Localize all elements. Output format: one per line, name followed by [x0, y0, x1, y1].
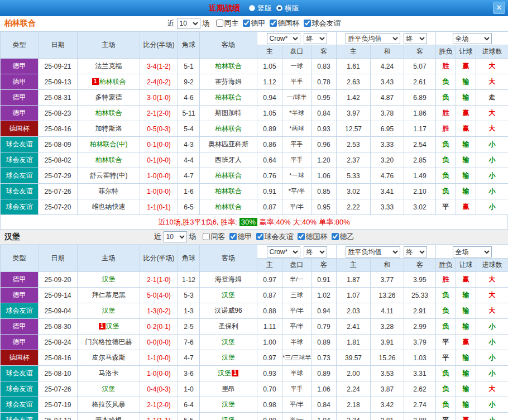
layout-radio-label[interactable]: 横版 [285, 3, 299, 13]
layout-radio-label[interactable]: 竖版 [257, 3, 272, 13]
checkbox-input[interactable] [256, 233, 263, 240]
away-team-name[interactable]: 柏林联合 [215, 187, 242, 195]
home-team-name[interactable]: 门兴格拉德巴赫 [85, 338, 132, 346]
home-team-name[interactable]: 菲尔特 [99, 187, 119, 195]
avg-away-cell: 2.99 [404, 319, 436, 335]
checkbox-input[interactable] [229, 233, 237, 240]
avg-type-select[interactable]: 胜平负均值 [346, 33, 400, 44]
avg-away-cell: 2.88 [404, 413, 436, 420]
team-title[interactable]: 汉堡 [4, 232, 20, 242]
handicap-result-cell: 赢 [456, 199, 476, 215]
away-team-name[interactable]: 柏林联合 [215, 62, 242, 70]
away-team-name[interactable]: 里昂 [222, 385, 235, 393]
away-team-cell: 奥林匹亚科斯 [200, 137, 257, 152]
match-date: 25-09-04 [39, 303, 78, 319]
home-team-name[interactable]: 汉堡 [106, 322, 119, 330]
league-filter-checkbox[interactable]: 德国杯 [298, 232, 328, 242]
away-team-name[interactable]: 海登海姆 [215, 275, 242, 283]
away-team-name[interactable]: 汉堡 [222, 400, 235, 408]
home-odds-cell: 0.70 [257, 381, 282, 397]
away-team-name[interactable]: 柏林联合 [215, 93, 242, 101]
checkbox-input[interactable] [298, 233, 305, 240]
checkbox-input[interactable] [243, 20, 250, 27]
home-team-name[interactable]: 舒云霍特(中) [90, 171, 128, 179]
avg-time-select[interactable]: 终 [404, 33, 427, 44]
bookmaker-select[interactable]: Crow* [267, 33, 300, 44]
league-filter-checkbox[interactable]: 球会友谊 [304, 18, 341, 28]
home-team-name[interactable]: 汉堡 [102, 275, 116, 283]
section-team-2: 汉堡 近 10 场 同客德甲球会友谊德国杯德乙 类型 日期 主场 比分(半场) … [0, 230, 508, 420]
home-team-name[interactable]: 柏林联合 [95, 109, 122, 117]
away-team-name[interactable]: 奥林匹亚科斯 [208, 140, 248, 148]
league-filter-checkbox[interactable]: 德国杯 [270, 18, 300, 28]
home-team-name[interactable]: 马洛卡 [99, 369, 119, 377]
home-team-name[interactable]: 多特蒙德 [95, 93, 122, 101]
away-team-name[interactable]: 霍芬海姆 [215, 78, 242, 85]
home-team-name[interactable]: 汉堡 [102, 385, 116, 393]
league-filter-checkbox[interactable]: 德乙 [332, 232, 354, 242]
away-team-name[interactable]: 汉堡 [222, 291, 235, 299]
match-count-select[interactable]: 10 [177, 18, 200, 29]
away-team-name[interactable]: 柏林联合 [215, 203, 242, 211]
checkbox-input[interactable] [203, 233, 210, 240]
close-icon[interactable]: ✕ [493, 2, 505, 14]
goals-cell: 大 [476, 59, 508, 74]
avg-type-select[interactable]: 胜平负均值 [346, 246, 400, 257]
home-team-name[interactable]: 皮尔马森斯 [92, 354, 126, 361]
away-team-name[interactable]: 斯图加特 [215, 109, 242, 117]
home-team-name[interactable]: 法兰克福 [95, 62, 122, 70]
away-team-name[interactable]: 柏林联合 [215, 171, 242, 179]
league-type-cell: 德国杯 [1, 350, 39, 366]
away-team-name[interactable]: 汉诺威96 [214, 307, 242, 314]
home-team-name[interactable]: 加特斯洛 [95, 125, 122, 132]
checkbox-input[interactable] [216, 20, 223, 27]
league-filter-checkbox[interactable]: 德甲 [243, 18, 266, 28]
odds-time-select[interactable]: 终 [304, 33, 327, 44]
scope-select[interactable]: 全场 [453, 33, 492, 44]
away-team-name[interactable]: 汉堡 [222, 354, 235, 361]
league-type-cell: 球会友谊 [1, 137, 39, 152]
away-odds-cell: 0.89 [311, 335, 337, 350]
away-team-name[interactable]: 汉堡 [222, 416, 235, 420]
goals-cell: 走 [476, 90, 508, 106]
goals-cell: 小 [476, 350, 508, 366]
home-team-name[interactable]: 哥本哈根 [95, 416, 122, 420]
league-filter-checkbox[interactable]: 同客 [203, 232, 226, 242]
home-team-name[interactable]: 格拉茨风暴 [92, 400, 126, 408]
page-title: 近期战绩 [209, 3, 240, 13]
layout-radio-icon[interactable] [249, 5, 255, 11]
result-cell: 负 [436, 74, 456, 90]
home-team-name[interactable]: 维也纳快速 [92, 203, 126, 211]
home-team-cell: 汉堡 [78, 272, 140, 288]
away-team-name[interactable]: 汉堡 [218, 369, 231, 377]
avg-time-select[interactable]: 终 [404, 246, 427, 257]
scope-select[interactable]: 全场 [453, 246, 492, 257]
section-team-1: 柏林联合 近 10 场 同主德甲德国杯球会友谊 类型 日期 主场 比分(半场) … [0, 16, 508, 230]
team-title[interactable]: 柏林联合 [4, 18, 36, 28]
home-team-name[interactable]: 柏林联合 [95, 156, 122, 164]
odds-time-select[interactable]: 终 [304, 246, 327, 257]
checkbox-input[interactable] [304, 20, 311, 27]
home-team-name[interactable]: 汉堡 [102, 307, 116, 314]
home-team-name[interactable]: 拜仁慕尼黑 [92, 291, 126, 299]
layout-radio-icon[interactable] [276, 5, 282, 11]
home-odds-cell: 0.80 [257, 413, 282, 420]
bookmaker-select[interactable]: Crow* [267, 246, 300, 257]
result-cell: 胜 [436, 121, 456, 137]
league-filter-checkbox[interactable]: 同主 [216, 18, 239, 28]
away-team-name[interactable]: 西班牙人 [215, 156, 242, 164]
corner-cell: 4-7 [178, 350, 200, 366]
home-team-name[interactable]: 柏林联合 [99, 78, 126, 85]
league-filter-checkbox[interactable]: 德甲 [229, 232, 252, 242]
away-team-name[interactable]: 汉堡 [222, 338, 235, 346]
match-count-select[interactable]: 10 [164, 231, 187, 242]
away-team-name[interactable]: 圣保利 [218, 322, 238, 330]
col-goals: 进球数 [476, 45, 508, 59]
checkbox-input[interactable] [332, 233, 339, 240]
avg-away-cell: 25.33 [404, 288, 436, 303]
checkbox-input[interactable] [270, 20, 277, 27]
away-team-name[interactable]: 柏林联合 [215, 125, 242, 132]
away-team-cell: 柏林联合 [200, 199, 257, 215]
league-filter-checkbox[interactable]: 球会友谊 [256, 232, 294, 242]
home-team-name[interactable]: 柏林联合(中) [90, 140, 128, 148]
